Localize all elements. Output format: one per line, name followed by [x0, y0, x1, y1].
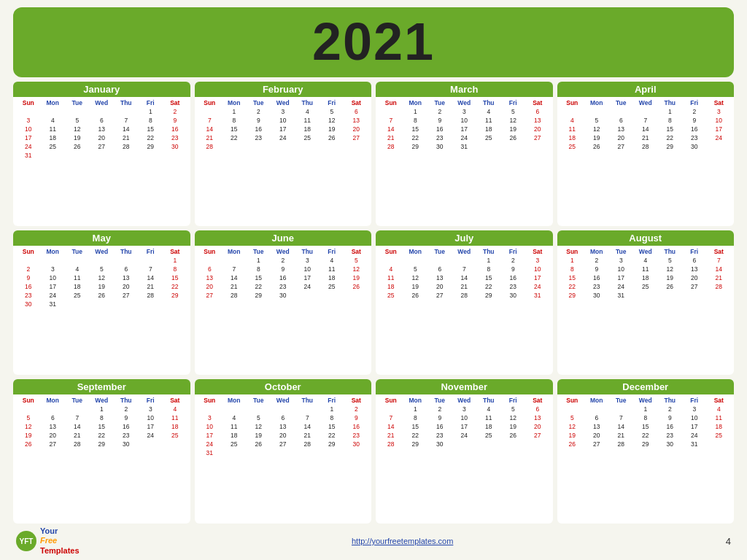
day-cell: 21 — [222, 282, 247, 291]
day-cell — [476, 300, 501, 301]
day-cell: 25 — [560, 142, 585, 151]
day-cell — [609, 448, 634, 450]
week-row: 14151617181920 — [379, 422, 550, 431]
day-cell — [379, 300, 403, 301]
day-cell: 12 — [320, 116, 344, 125]
week-row: 252627282930 — [560, 142, 732, 151]
day-cell: 20 — [525, 422, 550, 431]
month-block-june: JuneSunMonTueWedThuFriSat123456789101112… — [195, 230, 372, 375]
logo-your: Your — [40, 526, 58, 535]
day-cell: 14 — [139, 273, 163, 282]
day-cell — [295, 300, 320, 301]
day-cell — [320, 448, 344, 457]
day-cell: 25 — [379, 291, 403, 300]
day-cell: 28 — [139, 291, 163, 300]
month-body: SunMonTueWedThuFriSat1234567891011121314… — [557, 394, 735, 524]
day-cell: 9 — [271, 265, 295, 273]
day-cell: 18 — [41, 133, 66, 142]
day-cell: 5 — [658, 256, 683, 265]
day-cell: 16 — [584, 273, 609, 282]
day-cell: 25 — [707, 431, 732, 440]
day-header-mon: Mon — [41, 396, 66, 405]
day-cell: 21 — [65, 431, 90, 440]
day-cell: 21 — [452, 282, 477, 291]
day-cell: 6 — [90, 116, 115, 125]
week-row: 20212223242526 — [198, 282, 369, 291]
day-header-tue: Tue — [65, 396, 90, 405]
day-cell: 28 — [633, 142, 658, 151]
day-cell — [65, 405, 90, 413]
day-cell: 13 — [609, 125, 634, 133]
day-cell: 3 — [682, 405, 707, 413]
day-header-sun: Sun — [16, 247, 41, 256]
day-cell: 14 — [452, 273, 477, 282]
day-cell: 14 — [222, 273, 247, 282]
week-row — [560, 300, 732, 301]
day-header-mon: Mon — [41, 247, 66, 256]
day-cell — [525, 440, 550, 448]
week-row: 2627282930 — [16, 440, 187, 448]
day-cell: 13 — [114, 273, 139, 282]
day-cell: 12 — [658, 265, 683, 273]
week-row: 3031 — [16, 300, 187, 308]
day-cell — [222, 405, 247, 413]
week-row: 19202122232425 — [16, 431, 187, 440]
day-cell: 12 — [16, 422, 41, 431]
day-cell: 2 — [658, 405, 683, 413]
day-cell: 10 — [16, 125, 41, 133]
day-cell: 13 — [525, 413, 550, 422]
day-header-mon: Mon — [222, 396, 247, 405]
week-row: 24252627282930 — [16, 142, 187, 151]
week-row: 18192021222324 — [560, 133, 732, 142]
day-cell — [295, 291, 320, 300]
day-cell: 5 — [320, 107, 344, 116]
day-cell: 15 — [139, 125, 163, 133]
week-row — [560, 151, 732, 152]
day-header-tue: Tue — [247, 98, 271, 107]
day-cell — [163, 300, 187, 308]
day-cell: 5 — [501, 107, 526, 116]
day-cell: 9 — [247, 116, 271, 125]
day-cell: 7 — [379, 116, 403, 125]
day-cell: 17 — [609, 273, 634, 282]
day-cell — [609, 405, 634, 413]
day-headers: SunMonTueWedThuFriSat — [379, 98, 550, 107]
day-cell — [90, 448, 115, 450]
day-cell — [139, 300, 163, 308]
day-cell — [658, 448, 683, 450]
day-cell: 15 — [247, 273, 271, 282]
day-cell: 28 — [222, 291, 247, 300]
day-cell: 28 — [609, 440, 634, 448]
day-cell: 4 — [476, 107, 501, 116]
day-cell: 28 — [379, 440, 403, 448]
day-cell: 1 — [139, 107, 163, 116]
day-cell — [403, 151, 428, 152]
week-row: 22232425262728 — [560, 282, 732, 291]
week-row: 123 — [560, 107, 732, 116]
week-row — [16, 448, 187, 450]
day-cell: 15 — [403, 125, 428, 133]
footer-url[interactable]: http://yourfreetemplates.com — [352, 537, 453, 545]
month-body: SunMonTueWedThuFriSat1234567891011121314… — [195, 394, 372, 524]
day-cell: 29 — [247, 291, 271, 300]
day-cell: 31 — [41, 300, 66, 308]
day-headers: SunMonTueWedThuFriSat — [198, 247, 369, 256]
day-cell: 28 — [198, 142, 222, 151]
logo-templates: Templates — [40, 546, 80, 555]
day-cell: 26 — [403, 291, 428, 300]
day-cell: 14 — [707, 265, 732, 273]
month-body: SunMonTueWedThuFriSat1234567891011121314… — [13, 97, 190, 226]
week-row: 11121314151617 — [560, 125, 732, 133]
week-row: 10111213141516 — [16, 125, 187, 133]
day-header-wed: Wed — [90, 247, 115, 256]
day-cell: 25 — [633, 282, 658, 291]
day-cell: 11 — [560, 125, 585, 133]
day-header-thu: Thu — [476, 247, 501, 256]
day-cell: 21 — [139, 282, 163, 291]
day-cell: 25 — [476, 133, 501, 142]
day-cell: 13 — [427, 273, 452, 282]
day-header-mon: Mon — [403, 396, 428, 405]
day-cell: 30 — [344, 440, 369, 448]
day-cell: 18 — [222, 431, 247, 440]
day-header-wed: Wed — [452, 98, 477, 107]
